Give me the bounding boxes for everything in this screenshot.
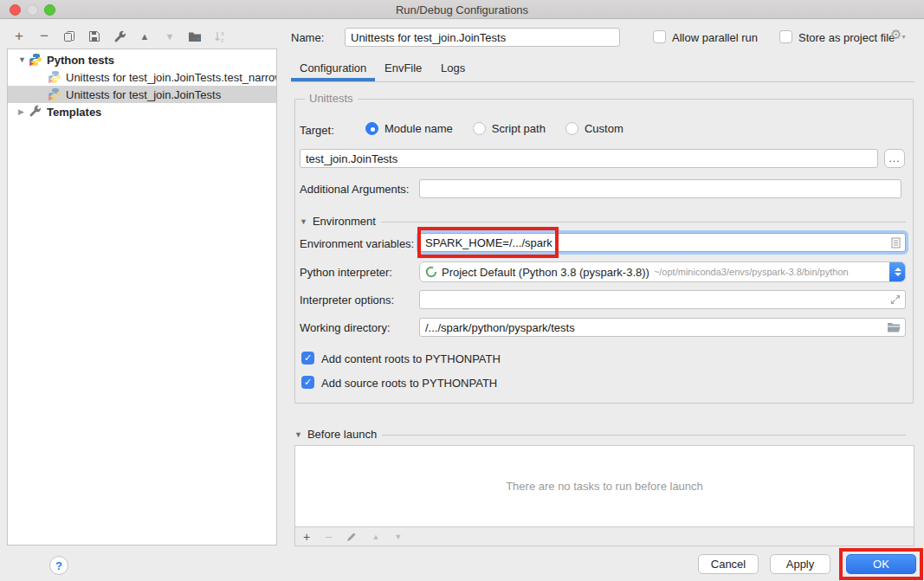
additional-arguments-input[interactable] [419, 179, 901, 198]
before-launch-panel: There are no tasks to run before launch … [294, 445, 914, 546]
configurations-tree: ▼ Python tests Unittests for test_join.J… [7, 48, 277, 545]
python-tests-icon [29, 53, 42, 67]
allow-parallel-run-label: Allow parallel run [672, 31, 758, 44]
save-configuration-icon[interactable] [87, 29, 101, 43]
copy-configuration-icon[interactable] [62, 29, 76, 43]
cancel-button[interactable]: Cancel [698, 554, 759, 574]
templates-wrench-icon [29, 105, 42, 119]
tree-item-unittest-narrow[interactable]: Unittests for test_join.JoinTests.test_n… [8, 68, 276, 86]
chevron-collapsed-icon[interactable]: ▶ [18, 107, 27, 116]
apply-button[interactable]: Apply [770, 554, 830, 574]
radio-module-name[interactable] [365, 122, 378, 135]
help-button[interactable]: ? [49, 556, 68, 575]
combo-spinner-icon[interactable] [889, 261, 906, 282]
sort-alphabetically-icon[interactable]: az [213, 29, 227, 43]
add-content-roots-label: Add content roots to PYTHONPATH [321, 352, 501, 365]
add-source-roots-checkbox[interactable]: ✓ [301, 376, 314, 389]
python-test-icon [48, 70, 61, 84]
svg-text:z: z [221, 36, 223, 42]
interpreter-options-label: Interpreter options: [300, 294, 394, 307]
working-directory-label: Working directory: [300, 321, 391, 334]
tree-item-label: Unittests for test_join.JoinTests [66, 88, 221, 101]
python-interpreter-select[interactable]: Project Default (Python 3.8 (pyspark-3.8… [419, 261, 906, 282]
ok-button[interactable]: OK [846, 554, 916, 574]
chevron-expanded-icon[interactable]: ▼ [18, 55, 27, 64]
run-debug-configurations-dialog: Run/Debug Configurations + − ▲ ▼ az ▼ [0, 0, 924, 581]
svg-text:a: a [221, 30, 224, 36]
tree-item-templates[interactable]: ▶ Templates [8, 103, 276, 120]
add-configuration-icon[interactable]: + [12, 29, 26, 43]
radio-custom-label: Custom [585, 122, 624, 135]
environment-section-title: Environment [313, 215, 376, 228]
store-as-project-file-label: Store as project file [798, 31, 895, 44]
title-bar: Run/Debug Configurations [0, 0, 924, 19]
additional-arguments-label: Additional Arguments: [300, 183, 409, 196]
before-launch-empty-message: There are no tasks to run before launch [506, 480, 703, 493]
add-source-roots-label: Add source roots to PYTHONPATH [321, 377, 497, 390]
tree-item-label: Templates [47, 106, 101, 119]
remove-configuration-icon[interactable]: − [37, 29, 51, 43]
window-title: Run/Debug Configurations [0, 3, 924, 16]
before-launch-toolbar: + − ▲ ▼ [295, 526, 914, 545]
target-radio-group: Module name Script path Custom [365, 122, 624, 135]
tab-logs[interactable]: Logs [441, 61, 465, 74]
environment-variables-label: Environment variables: [300, 237, 414, 250]
tab-envfile[interactable]: EnvFile [384, 61, 422, 74]
name-input[interactable] [345, 28, 620, 47]
python-interpreter-label: Python interpreter: [300, 266, 392, 279]
working-directory-input[interactable] [419, 318, 906, 337]
edit-task-icon[interactable] [346, 532, 357, 542]
target-label: Target: [300, 124, 334, 137]
tab-configuration[interactable]: Configuration [300, 61, 366, 74]
store-as-project-file-checkbox[interactable] [779, 30, 792, 43]
radio-script-path-label: Script path [492, 122, 546, 135]
collapse-triangle-icon[interactable]: ▼ [294, 430, 302, 439]
new-folder-icon[interactable] [188, 29, 202, 43]
tree-item-label: Unittests for test_join.JoinTests.test_n… [66, 71, 276, 84]
browse-module-button[interactable]: ... [884, 149, 905, 168]
env-vars-editor-icon[interactable] [891, 233, 901, 252]
move-down-icon[interactable]: ▼ [163, 29, 177, 43]
add-content-roots-checkbox[interactable]: ✓ [301, 352, 314, 365]
move-task-up-icon[interactable]: ▲ [372, 533, 379, 541]
radio-script-path[interactable] [473, 122, 486, 135]
environment-variables-input[interactable] [419, 233, 906, 252]
remove-task-icon[interactable]: − [325, 530, 332, 544]
section-divider [382, 435, 906, 436]
python-test-icon [48, 87, 61, 101]
tree-item-unittest-jointests-selected[interactable]: Unittests for test_join.JoinTests [8, 86, 276, 103]
before-launch-task-list: There are no tasks to run before launch [295, 446, 914, 526]
target-module-input[interactable] [300, 149, 878, 168]
environment-section-header[interactable]: ▼ Environment [300, 215, 906, 228]
tree-item-python-tests[interactable]: ▼ Python tests [8, 51, 276, 68]
radio-custom[interactable] [565, 122, 578, 135]
add-task-icon[interactable]: + [303, 530, 310, 544]
allow-parallel-run-checkbox[interactable] [653, 30, 666, 43]
unittests-groupbox-title: Unittests [305, 92, 358, 105]
radio-module-name-label: Module name [384, 122, 453, 135]
before-launch-section-header[interactable]: ▼ Before launch [294, 428, 906, 441]
configurations-toolbar: + − ▲ ▼ az [12, 29, 227, 44]
collapse-triangle-icon[interactable]: ▼ [300, 217, 307, 226]
interpreter-options-input[interactable] [419, 290, 906, 309]
move-task-down-icon[interactable]: ▼ [394, 533, 402, 541]
move-up-icon[interactable]: ▲ [138, 29, 152, 43]
interpreter-path: ~/opt/miniconda3/envs/pyspark-3.8/bin/py… [654, 267, 849, 277]
browse-folder-icon[interactable] [887, 318, 901, 337]
active-tab-underline [291, 78, 375, 81]
section-divider [381, 222, 906, 223]
tab-separator-line [291, 81, 914, 82]
name-label: Name: [291, 31, 324, 44]
interpreter-value: Project Default (Python 3.8 (pyspark-3.8… [442, 266, 649, 279]
store-options-gear-icon[interactable]: ⚙▾ [890, 27, 905, 42]
edit-templates-icon[interactable] [113, 29, 126, 43]
before-launch-section-title: Before launch [307, 428, 377, 441]
interpreter-env-icon [425, 266, 437, 278]
expand-field-icon[interactable] [890, 290, 901, 309]
tree-item-label: Python tests [47, 54, 114, 67]
